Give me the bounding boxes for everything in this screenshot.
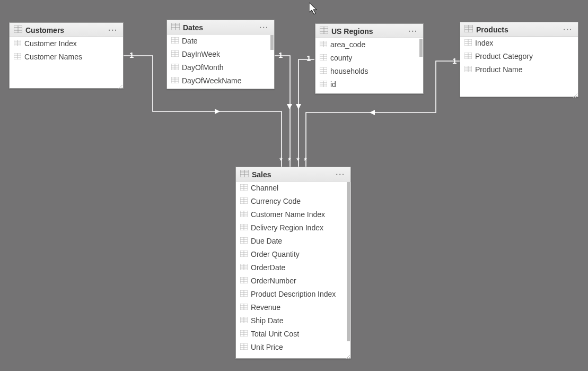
column-icon xyxy=(171,63,179,73)
field-row[interactable]: Product Category xyxy=(460,50,578,63)
svg-line-75 xyxy=(575,96,577,98)
field-row[interactable]: Channel xyxy=(236,182,350,195)
ellipsis-icon[interactable]: ··· xyxy=(258,23,270,32)
field-row[interactable]: DayInWeek xyxy=(167,48,274,61)
scrollbar-thumb[interactable] xyxy=(347,182,350,341)
resize-handle[interactable] xyxy=(117,82,122,88)
field-label: Customer Index xyxy=(24,39,77,49)
table-customers[interactable]: Customers ··· Customer Index Customer Na… xyxy=(9,22,124,89)
column-icon xyxy=(171,76,179,86)
column-icon xyxy=(464,51,472,62)
svg-marker-3 xyxy=(370,110,375,115)
resize-handle[interactable] xyxy=(572,91,577,96)
field-row[interactable]: Customer Index xyxy=(10,37,123,50)
field-row[interactable]: Product Name xyxy=(460,63,578,76)
svg-line-16 xyxy=(118,85,122,89)
cardinality-1-customers: 1 xyxy=(129,50,134,59)
field-label: Customer Name Index xyxy=(251,210,325,220)
table-title: Products xyxy=(476,25,562,34)
svg-line-133 xyxy=(348,357,350,359)
svg-marker-2 xyxy=(296,104,301,109)
field-label: DayOfMonth xyxy=(182,63,224,73)
field-row[interactable]: Currency Code xyxy=(236,195,350,208)
table-header-dates[interactable]: Dates ··· xyxy=(167,20,274,34)
table-header-customers[interactable]: Customers ··· xyxy=(10,23,123,37)
field-label: Order Quantity xyxy=(251,249,300,260)
cardinality-1-dates: 1 xyxy=(278,50,283,59)
field-row[interactable]: DayOfMonth xyxy=(167,61,274,74)
table-icon xyxy=(464,25,473,34)
svg-marker-134 xyxy=(309,3,317,14)
field-label: Product Description Index xyxy=(251,289,336,299)
column-icon xyxy=(240,183,248,193)
resize-handle[interactable] xyxy=(345,352,350,358)
svg-line-17 xyxy=(120,87,122,89)
column-icon xyxy=(240,249,248,260)
field-row[interactable]: Due Date xyxy=(236,235,350,248)
table-header-usregions[interactable]: US Regions ··· xyxy=(315,24,423,38)
table-header-products[interactable]: Products ··· xyxy=(460,22,578,37)
table-title: US Regions xyxy=(331,27,407,36)
table-header-sales[interactable]: Sales ··· xyxy=(236,167,350,182)
field-row[interactable]: Revenue xyxy=(236,301,350,314)
column-icon xyxy=(320,40,327,50)
svg-line-132 xyxy=(346,355,350,359)
column-icon xyxy=(240,263,248,273)
field-row[interactable]: Customer Names xyxy=(10,50,123,64)
field-label: area_code xyxy=(330,40,365,50)
ellipsis-icon[interactable]: ··· xyxy=(107,26,119,34)
column-icon xyxy=(14,52,21,62)
field-list-sales: ChannelCurrency CodeCustomer Name IndexD… xyxy=(236,182,350,358)
field-row[interactable]: Unit Price xyxy=(236,341,350,354)
ellipsis-icon[interactable]: ··· xyxy=(407,27,419,36)
field-row[interactable]: Customer Name Index xyxy=(236,208,350,221)
field-row[interactable]: county xyxy=(315,51,423,65)
field-row[interactable]: Order Quantity xyxy=(236,248,350,261)
cursor-icon xyxy=(309,3,320,16)
scrollbar-thumb[interactable] xyxy=(419,39,423,57)
table-sales[interactable]: Sales ··· ChannelCurrency CodeCustomer N… xyxy=(235,167,351,359)
table-products[interactable]: Products ··· Index Product Category Prod… xyxy=(460,22,578,97)
field-label: Total Unit Cost xyxy=(251,329,299,339)
column-icon xyxy=(240,276,248,286)
table-title: Sales xyxy=(252,170,335,179)
svg-line-74 xyxy=(573,93,577,98)
field-row[interactable]: Date xyxy=(167,34,274,48)
column-icon xyxy=(320,53,327,63)
field-label: Index xyxy=(475,38,493,48)
field-row[interactable]: Ship Date xyxy=(236,314,350,327)
field-row[interactable]: Product Description Index xyxy=(236,288,350,301)
field-list-usregions: area_code county households id xyxy=(315,38,423,93)
field-row[interactable]: Delivery Region Index xyxy=(236,221,350,235)
ellipsis-icon[interactable]: ··· xyxy=(562,25,574,34)
column-icon xyxy=(240,289,248,299)
cardinality-many-2: * xyxy=(288,156,291,165)
table-us-regions[interactable]: US Regions ··· area_code county househol… xyxy=(315,23,424,94)
field-label: Currency Code xyxy=(251,196,301,206)
cardinality-1-products: 1 xyxy=(452,56,457,65)
column-icon xyxy=(171,36,179,46)
column-icon xyxy=(464,38,472,48)
field-row[interactable]: Index xyxy=(460,37,578,50)
field-row[interactable]: OrderDate xyxy=(236,261,350,274)
table-dates[interactable]: Dates ··· Date DayInWeek DayOfMonth DayO… xyxy=(166,20,275,89)
scrollbar-thumb[interactable] xyxy=(270,35,274,50)
field-row[interactable]: area_code xyxy=(315,38,423,51)
field-row[interactable]: OrderNumber xyxy=(236,274,350,288)
field-row[interactable]: Total Unit Cost xyxy=(236,327,350,341)
field-label: DayOfWeekName xyxy=(182,76,242,86)
cardinality-many-3: * xyxy=(296,156,300,165)
field-label: Unit Price xyxy=(251,342,283,352)
field-row[interactable]: id xyxy=(315,78,423,91)
ellipsis-icon[interactable]: ··· xyxy=(335,170,346,179)
field-row[interactable]: DayOfWeekName xyxy=(167,74,274,88)
field-row[interactable]: households xyxy=(315,65,423,78)
table-title: Customers xyxy=(25,26,107,34)
table-icon xyxy=(240,170,249,179)
field-label: Revenue xyxy=(251,303,280,313)
table-icon xyxy=(320,27,328,36)
field-label: Due Date xyxy=(251,236,282,246)
field-label: households xyxy=(330,66,368,76)
field-list-customers: Customer Index Customer Names xyxy=(10,37,123,88)
table-icon xyxy=(171,23,180,32)
